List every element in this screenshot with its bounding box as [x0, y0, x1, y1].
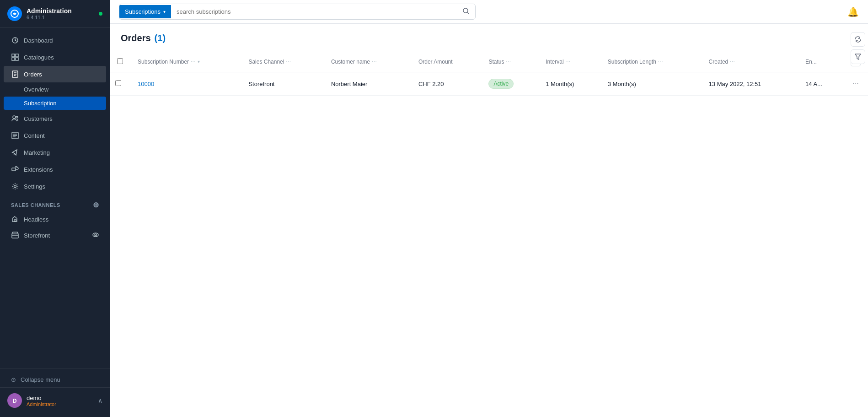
storefront-label: Storefront: [24, 232, 50, 239]
user-role: Administrator: [27, 401, 56, 407]
col-created-label: Created: [709, 59, 729, 65]
page-header: Orders (1): [110, 24, 868, 43]
dropdown-chevron-icon: ▾: [163, 9, 166, 14]
col-sales-channel-label: Sales Channel: [248, 59, 284, 65]
user-info: demo Administrator: [27, 395, 56, 407]
row-checkbox[interactable]: [115, 80, 121, 86]
col-created: Created ···: [702, 51, 798, 72]
row-sales-channel: Storefront: [241, 72, 324, 96]
table-row: 10000 Storefront Norbert Maier CHF 2.20 …: [110, 72, 868, 96]
catalogues-label: Catalogues: [24, 54, 54, 61]
col-end-label: En...: [805, 59, 817, 65]
app-version: 6.4.11.1: [27, 15, 72, 20]
status-badge: Active: [488, 79, 514, 89]
sales-channels-label: Sales Channels: [11, 202, 60, 208]
notification-bell-icon[interactable]: 🔔: [847, 6, 859, 17]
sidebar-footer: ⊙ Collapse menu D demo Administrator ∧: [0, 368, 110, 417]
select-all-checkbox[interactable]: [117, 58, 123, 64]
content-area: Orders (1) Subscription Number ··· ▾: [110, 24, 868, 417]
customers-icon: [11, 114, 19, 123]
col-subscription-length-dots: ···: [658, 59, 663, 64]
filter-button[interactable]: [851, 49, 865, 64]
sidebar-sub-overview[interactable]: Overview: [4, 83, 106, 96]
svg-rect-4: [12, 58, 15, 60]
col-subscription-number: Subscription Number ··· ▾: [130, 51, 241, 72]
row-subscription-length: 3 Month(s): [600, 72, 702, 96]
right-action-panel: [848, 27, 868, 69]
col-customer-name: Customer name ···: [324, 51, 411, 72]
storefront-eye-icon: [92, 232, 99, 239]
sidebar-item-headless[interactable]: Headless: [4, 211, 106, 227]
row-more-button[interactable]: ···: [852, 80, 858, 88]
row-order-amount: CHF 2.20: [411, 72, 482, 96]
svg-point-19: [93, 233, 98, 237]
col-customer-name-label: Customer name: [331, 59, 370, 65]
row-interval: 1 Month(s): [538, 72, 600, 96]
table-container: Subscription Number ··· ▾ Sales Channel …: [110, 51, 868, 96]
sidebar-item-content[interactable]: Content: [4, 127, 106, 144]
col-sales-channel: Sales Channel ···: [241, 51, 324, 72]
collapse-icon: ⊙: [11, 376, 16, 383]
row-status: Active: [481, 72, 538, 96]
col-status-label: Status: [488, 59, 504, 65]
customers-label: Customers: [24, 115, 53, 122]
main-area: Subscriptions ▾ 🔔 Orders (1): [110, 0, 868, 417]
search-icon-button[interactable]: [457, 4, 475, 19]
refresh-button[interactable]: [851, 32, 865, 47]
svg-line-13: [14, 153, 15, 155]
extensions-icon: [11, 165, 19, 173]
headless-label: Headless: [24, 216, 48, 223]
user-section[interactable]: D demo Administrator ∧: [0, 387, 110, 413]
sidebar-item-catalogues[interactable]: Catalogues: [4, 49, 106, 65]
sidebar: Administration 6.4.11.1 Dashboard Catalo…: [0, 0, 110, 417]
col-end: En...: [798, 51, 843, 72]
orders-label: Orders: [24, 71, 42, 78]
sidebar-item-orders[interactable]: Orders: [4, 66, 106, 82]
col-created-dots: ···: [730, 59, 735, 64]
subscription-label: Subscription: [24, 100, 57, 107]
col-subscription-number-sort-icon[interactable]: ▾: [198, 59, 200, 64]
sidebar-nav: Dashboard Catalogues Orders Overview Sub…: [0, 28, 110, 368]
page-count: (1): [155, 33, 166, 43]
content-label: Content: [24, 132, 45, 139]
svg-rect-3: [16, 54, 18, 57]
select-all-col: [110, 51, 130, 72]
row-subscription-number[interactable]: 10000: [130, 72, 241, 96]
dashboard-icon: [11, 36, 19, 44]
app-title: Administration: [27, 7, 72, 15]
user-chevron-icon: ∧: [98, 397, 102, 404]
collapse-menu-button[interactable]: ⊙ Collapse menu: [0, 372, 110, 387]
col-subscription-number-label: Subscription Number: [138, 59, 189, 65]
marketing-icon: [11, 148, 19, 157]
col-customer-name-dots: ···: [372, 59, 377, 64]
online-indicator: [99, 12, 102, 16]
dashboard-label: Dashboard: [24, 37, 53, 44]
headless-icon: [11, 215, 19, 223]
svg-line-22: [467, 12, 469, 14]
sidebar-item-marketing[interactable]: Marketing: [4, 144, 106, 161]
page-title: Orders: [121, 33, 151, 43]
col-status: Status ···: [481, 51, 538, 72]
subscriptions-dropdown-button[interactable]: Subscriptions ▾: [119, 5, 171, 18]
col-subscription-number-dots: ···: [191, 59, 196, 64]
add-sales-channel-icon[interactable]: ⊕: [93, 200, 99, 209]
svg-point-20: [95, 234, 96, 236]
col-interval-dots: ···: [566, 59, 571, 64]
subscriptions-table: Subscription Number ··· ▾ Sales Channel …: [110, 51, 868, 96]
row-checkbox-cell: [110, 72, 130, 96]
app-info: Administration 6.4.11.1: [27, 7, 72, 20]
sidebar-sub-subscription[interactable]: Subscription: [4, 97, 106, 110]
sidebar-item-dashboard[interactable]: Dashboard: [4, 32, 106, 49]
sidebar-item-extensions[interactable]: Extensions: [4, 161, 106, 178]
svg-point-15: [14, 185, 16, 188]
sidebar-item-storefront[interactable]: Storefront: [4, 227, 106, 243]
content-icon: [11, 131, 19, 140]
sidebar-item-customers[interactable]: Customers: [4, 110, 106, 127]
row-customer-name: Norbert Maier: [324, 72, 411, 96]
user-name: demo: [27, 395, 56, 401]
col-subscription-length: Subscription Length ···: [600, 51, 702, 72]
sidebar-item-settings[interactable]: Settings: [4, 178, 106, 195]
svg-point-10: [13, 116, 16, 119]
search-input[interactable]: [171, 5, 457, 18]
svg-rect-2: [12, 54, 15, 57]
